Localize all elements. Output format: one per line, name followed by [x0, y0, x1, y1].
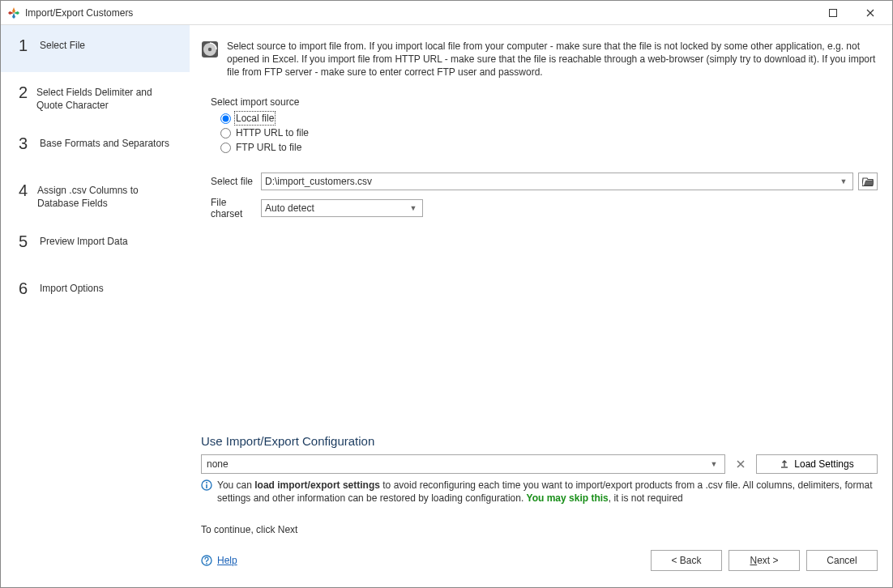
svg-point-3 [208, 48, 212, 51]
window-title: Import/Export Customers [25, 7, 133, 19]
step-4-assign-columns[interactable]: 4 Assign .csv Columns to Database Fields [1, 170, 190, 221]
step-label: Assign .csv Columns to Database Fields [37, 181, 178, 210]
intro-text: Select source to import file from. If yo… [227, 40, 878, 79]
step-number: 3 [19, 134, 32, 152]
titlebar: Import/Export Customers [1, 1, 892, 25]
select-file-label: Select file [211, 176, 256, 187]
chevron-down-icon: ▼ [708, 460, 720, 468]
app-icon [7, 6, 20, 19]
svg-point-8 [206, 563, 207, 565]
help-label: Help [217, 555, 237, 566]
svg-rect-6 [206, 484, 207, 488]
config-value: none [207, 458, 708, 470]
next-button[interactable]: Next > [728, 550, 800, 571]
help-icon [201, 555, 212, 566]
step-3-formats-separators[interactable]: 3 Base Formats and Separators [1, 123, 190, 170]
file-charset-label: File charset [211, 197, 256, 219]
file-charset-row: File charset Auto detect ▼ [201, 197, 878, 219]
step-label: Base Formats and Separators [40, 134, 169, 150]
radio-http-url[interactable]: HTTP URL to file [220, 126, 878, 140]
radio-local-file-input[interactable] [220, 113, 231, 124]
radio-local-file[interactable]: Local file [220, 111, 878, 126]
step-label: Select File [40, 36, 85, 52]
radio-http-url-label: HTTP URL to file [236, 127, 309, 138]
continue-instruction: To continue, click Next [201, 524, 878, 535]
select-file-row: Select file D:\import_customers.csv ▼ [201, 173, 878, 190]
svg-rect-0 [830, 9, 837, 16]
radio-ftp-url-label: FTP URL to file [236, 142, 301, 153]
load-settings-button[interactable]: Load Settings [756, 454, 878, 474]
step-5-preview[interactable]: 5 Preview Import Data [1, 221, 190, 268]
close-button[interactable] [852, 1, 889, 25]
step-number: 1 [19, 36, 32, 54]
step-2-delimiter-quote[interactable]: 2 Select Fields Delimiter and Quote Char… [1, 72, 190, 123]
config-section-title: Use Import/Export Configuration [201, 434, 878, 448]
chevron-down-icon: ▼ [408, 204, 419, 212]
step-label: Preview Import Data [40, 232, 128, 248]
config-combo[interactable]: none ▼ [201, 454, 725, 474]
step-number: 2 [19, 83, 28, 101]
select-file-combo[interactable]: D:\import_customers.csv ▼ [261, 173, 853, 190]
browse-file-button[interactable] [858, 173, 878, 190]
file-charset-value: Auto detect [265, 202, 408, 214]
maximize-button[interactable] [814, 1, 852, 25]
info-icon [201, 479, 212, 491]
wizard-steps-sidebar: 1 Select File 2 Select Fields Delimiter … [1, 25, 190, 587]
file-charset-combo[interactable]: Auto detect ▼ [261, 199, 423, 217]
radio-ftp-url-input[interactable] [220, 143, 231, 153]
svg-point-5 [206, 482, 207, 484]
step-1-select-file[interactable]: 1 Select File [1, 25, 190, 72]
import-source-label: Select import source [211, 96, 878, 108]
radio-http-url-input[interactable] [220, 128, 231, 138]
load-settings-label: Load Settings [794, 458, 853, 470]
select-file-value: D:\import_customers.csv [265, 176, 838, 187]
intro-block: Select source to import file from. If yo… [201, 40, 878, 79]
upload-icon [780, 459, 789, 469]
step-6-import-options[interactable]: 6 Import Options [1, 268, 190, 315]
step-number: 4 [19, 181, 29, 199]
disk-icon [201, 40, 219, 58]
config-note: You can load import/export settings to a… [217, 479, 878, 505]
radio-local-file-label: Local file [236, 113, 274, 124]
clear-config-button[interactable] [730, 454, 751, 474]
step-number: 5 [19, 232, 32, 250]
cancel-button[interactable]: Cancel [806, 550, 878, 571]
step-label: Import Options [40, 279, 104, 295]
step-label: Select Fields Delimiter and Quote Charac… [36, 83, 178, 112]
radio-ftp-url[interactable]: FTP URL to file [220, 140, 878, 155]
chevron-down-icon: ▼ [838, 177, 849, 185]
back-button[interactable]: < Back [651, 550, 722, 571]
step-number: 6 [19, 279, 32, 297]
help-link[interactable]: Help [201, 555, 237, 566]
